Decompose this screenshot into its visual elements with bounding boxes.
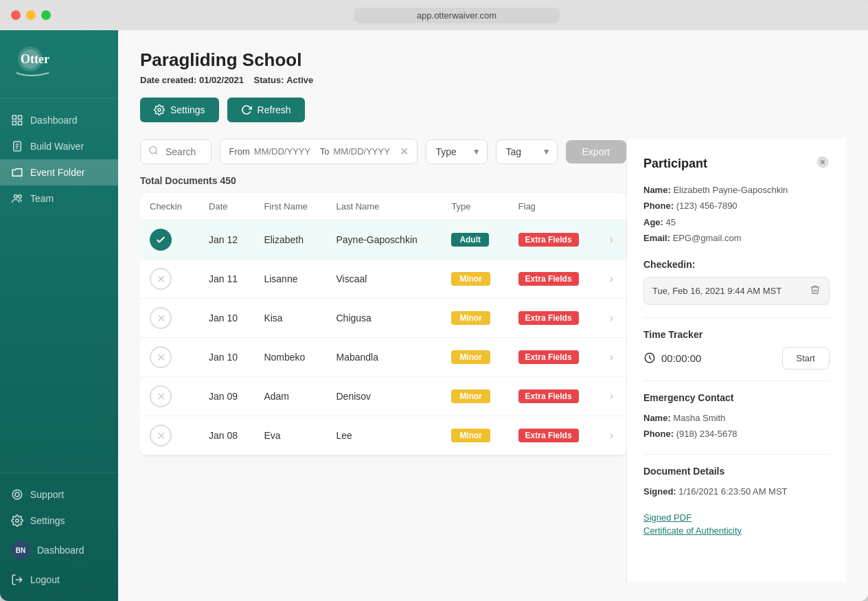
flag-badge: Extra Fields <box>518 233 579 247</box>
sidebar-item-settings[interactable]: Settings <box>0 508 118 534</box>
panel-header: Participant <box>643 155 830 172</box>
sidebar-item-dashboard-bottom[interactable]: BN Dashboard <box>0 534 118 567</box>
filter-bar: From To ✕ Type Adult Minor <box>140 139 626 164</box>
checkin-cell: ✕ <box>140 338 199 377</box>
certificate-link[interactable]: Certificate of Authenticity <box>643 525 830 536</box>
clear-date-button[interactable]: ✕ <box>400 145 409 158</box>
svg-point-17 <box>158 109 161 111</box>
export-label: Export <box>582 146 610 157</box>
from-label: From <box>229 146 249 157</box>
svg-rect-3 <box>12 115 16 119</box>
col-lastname: Last Name <box>326 193 442 220</box>
col-action <box>600 193 626 220</box>
maximize-button[interactable] <box>41 10 51 20</box>
checkin-cell: ✕ <box>140 416 199 455</box>
avatar: BN <box>11 541 30 560</box>
lastname-cell: Chigusa <box>326 299 442 338</box>
date-created-label: Date created: <box>140 75 196 85</box>
to-label: To <box>320 146 330 157</box>
refresh-btn-label: Refresh <box>258 104 291 115</box>
col-date: Date <box>199 193 254 220</box>
flag-cell: Extra Fields <box>509 299 600 338</box>
flag-cell: Extra Fields <box>509 338 600 377</box>
signed-pdf-link[interactable]: Signed PDF <box>643 512 830 523</box>
name-label: Name: <box>643 185 671 195</box>
divider-1 <box>643 317 830 318</box>
email-label: Email: <box>643 233 670 243</box>
status-label: Status: <box>254 75 284 85</box>
emergency-info: Name: Masha Smith Phone: (918) 234-5678 <box>643 410 830 442</box>
participant-panel: Participant Name: Elizabeth Payne-Gaposc… <box>626 139 846 582</box>
table-row[interactable]: ✕ Jan 09 Adam Denisov Minor Extra Fields… <box>140 377 626 416</box>
date-created-value: 01/02/2021 <box>199 75 244 85</box>
table-row[interactable]: Jan 12 Elizabeth Payne-Gaposchkin Adult … <box>140 220 626 260</box>
content-area: Paragliding School Date created: 01/02/2… <box>118 30 868 601</box>
to-date-input[interactable] <box>334 146 396 157</box>
url-display: app.otterwaiver.com <box>354 8 560 23</box>
age-label: Age: <box>643 217 663 227</box>
table-row[interactable]: ✕ Jan 11 Lisanne Viscaal Minor Extra Fie… <box>140 260 626 299</box>
svg-point-18 <box>150 146 157 153</box>
sidebar-item-logout[interactable]: Logout <box>0 567 118 593</box>
doc-details-title: Document Details <box>643 466 830 477</box>
refresh-button[interactable]: Refresh <box>227 98 305 122</box>
participant-email: EPG@gmail.com <box>673 233 742 243</box>
type-cell: Adult <box>442 220 508 260</box>
firstname-cell: Eva <box>254 416 326 455</box>
checkin-value: Tue, Feb 16, 2021 9:44 AM MST <box>652 286 781 296</box>
table: Checkin Date First Name Last Name Type F… <box>140 193 626 455</box>
svg-rect-6 <box>19 122 22 125</box>
flag-cell: Extra Fields <box>509 220 600 260</box>
svg-point-13 <box>12 490 22 499</box>
delete-checkin-button[interactable] <box>810 284 821 297</box>
firstname-cell: Elizabeth <box>254 220 326 260</box>
type-filter-select[interactable]: Type Adult Minor <box>426 139 488 164</box>
page-title: Paragliding School <box>140 49 846 71</box>
table-row[interactable]: ✕ Jan 10 Kisa Chigusa Minor Extra Fields… <box>140 299 626 338</box>
start-label: Start <box>797 353 815 363</box>
export-button[interactable]: Export <box>566 140 626 163</box>
checkin-x-icon: ✕ <box>150 307 172 329</box>
emergency-phone-label: Phone: <box>643 429 674 439</box>
search-wrap <box>140 139 212 164</box>
timer-display: 00:00:00 <box>643 352 701 364</box>
col-flag: Flag <box>509 193 600 220</box>
date-cell: Jan 10 <box>199 299 254 338</box>
flag-badge: Extra Fields <box>518 389 579 403</box>
type-cell: Minor <box>442 338 508 377</box>
sidebar-item-dashboard[interactable]: Dashboard <box>0 107 118 133</box>
date-cell: Jan 08 <box>199 416 254 455</box>
tag-filter-select[interactable]: Tag <box>496 139 558 164</box>
type-cell: Minor <box>442 299 508 338</box>
row-arrow-icon: › <box>610 273 613 284</box>
from-date-input[interactable] <box>254 146 316 157</box>
event-folder-icon <box>11 166 23 179</box>
emergency-title: Emergency Contact <box>643 392 830 403</box>
sidebar-item-label: Settings <box>30 515 65 526</box>
table-row[interactable]: ✕ Jan 08 Eva Lee Minor Extra Fields › <box>140 416 626 455</box>
minimize-button[interactable] <box>26 10 36 20</box>
table-row[interactable]: ✕ Jan 10 Nombeko Mabandla Minor Extra Fi… <box>140 338 626 377</box>
close-button[interactable] <box>11 10 21 20</box>
flag-badge: Extra Fields <box>518 429 579 442</box>
team-icon <box>11 192 23 205</box>
sidebar-item-build-waiver[interactable]: Build Waiver <box>0 133 118 159</box>
close-panel-button[interactable] <box>816 155 830 172</box>
arrow-cell: › <box>600 220 626 260</box>
arrow-cell: › <box>600 377 626 416</box>
sidebar-item-event-folder[interactable]: Event Folder <box>0 159 118 185</box>
otter-logo: Otter <box>11 44 73 82</box>
sidebar-item-support[interactable]: Support <box>0 481 118 508</box>
firstname-cell: Kisa <box>254 299 326 338</box>
flag-cell: Extra Fields <box>509 416 600 455</box>
settings-icon <box>11 514 23 527</box>
lastname-cell: Lee <box>326 416 442 455</box>
sidebar-item-label: Dashboard <box>30 115 78 126</box>
participant-age: 45 <box>666 217 676 227</box>
panel-title: Participant <box>643 157 707 171</box>
settings-button[interactable]: Settings <box>140 98 219 122</box>
sidebar-item-team[interactable]: Team <box>0 185 118 212</box>
start-timer-button[interactable]: Start <box>782 347 830 370</box>
table-section: From To ✕ Type Adult Minor <box>140 139 626 582</box>
svg-point-12 <box>19 195 22 199</box>
